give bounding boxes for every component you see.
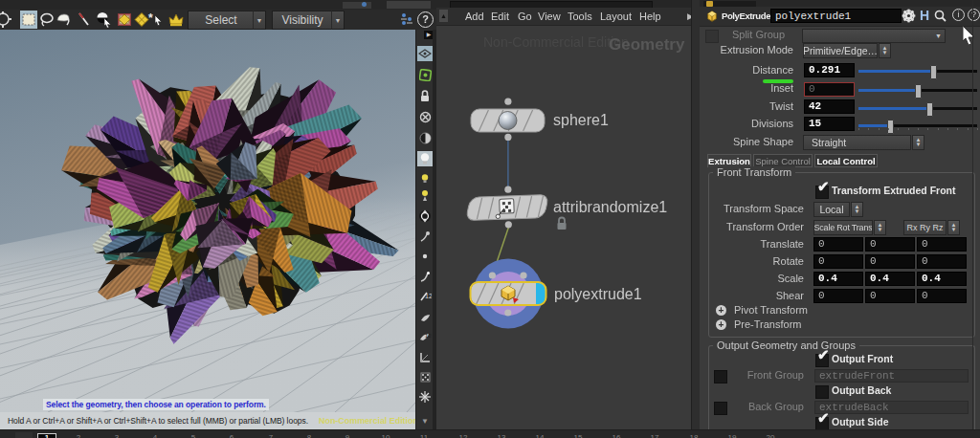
svg-text:12: 12 [425, 293, 432, 299]
svg-text:12: 12 [425, 333, 432, 339]
svg-text:*: * [148, 11, 153, 25]
